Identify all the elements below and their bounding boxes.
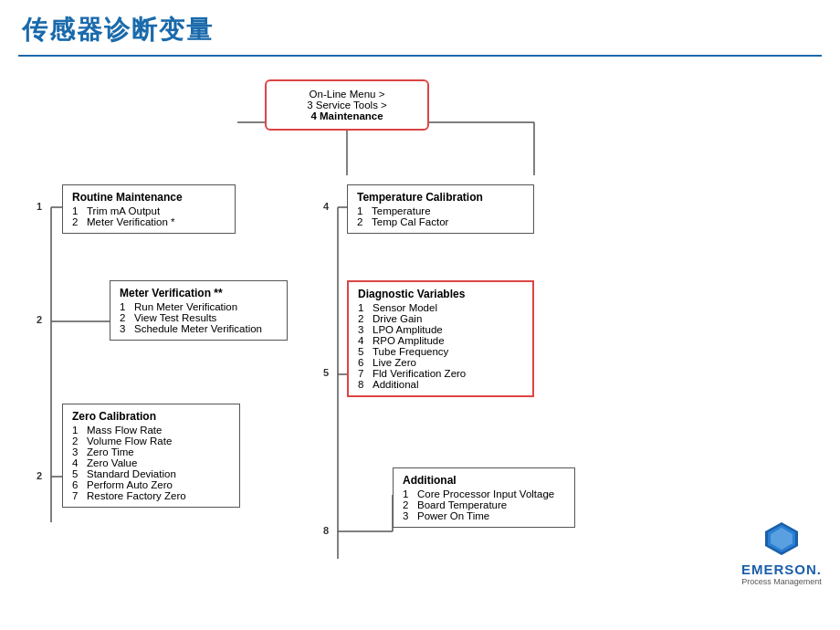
diag-item-3: 3 LPO Amplitude xyxy=(358,324,523,335)
routine-maintenance-title: Routine Maintenance xyxy=(72,191,226,204)
zero-item-1: 1 Mass Flow Rate xyxy=(72,425,230,436)
top-menu-line3: 4 Maintenance xyxy=(278,110,416,121)
label-1: 1 xyxy=(37,201,42,212)
label-2a: 2 xyxy=(37,314,42,325)
meter-item-2: 2 View Test Results xyxy=(120,312,278,323)
additional-item-1: 1 Core Processor Input Voltage xyxy=(403,488,565,499)
page-title: 传感器诊断变量 xyxy=(0,0,840,55)
additional-box: Additional 1 Core Processor Input Voltag… xyxy=(393,467,575,528)
meter-verification-title: Meter Verification ** xyxy=(120,287,278,299)
additional-item-3: 3 Power On Time xyxy=(403,510,565,521)
diagnostic-variables-title: Diagnostic Variables xyxy=(358,288,523,300)
label-5: 5 xyxy=(323,367,329,378)
emerson-logo: EMERSON. Process Management xyxy=(741,520,822,586)
additional-title: Additional xyxy=(403,474,565,487)
zero-item-2: 2 Volume Flow Rate xyxy=(72,436,230,446)
diag-item-1: 1 Sensor Model xyxy=(358,302,523,313)
diag-item-8: 8 Additional xyxy=(358,379,523,390)
top-menu-line1: On-Line Menu > xyxy=(278,89,416,100)
zero-item-3: 3 Zero Time xyxy=(72,446,230,457)
diag-item-5: 5 Tube Frequency xyxy=(358,346,523,357)
routine-item-2: 2 Meter Verification * xyxy=(72,216,226,227)
emerson-sub-text: Process Management xyxy=(741,577,822,586)
routine-maintenance-box: Routine Maintenance 1 Trim mA Output 2 M… xyxy=(62,184,236,234)
label-8: 8 xyxy=(323,525,329,536)
temperature-calibration-box: Temperature Calibration 1 Temperature 2 … xyxy=(347,184,534,234)
divider xyxy=(18,55,822,57)
top-menu-line2: 3 Service Tools > xyxy=(278,100,416,110)
routine-item-1: 1 Trim mA Output xyxy=(72,205,226,216)
top-menu-box: On-Line Menu > 3 Service Tools > 4 Maint… xyxy=(265,79,429,131)
meter-verification-box: Meter Verification ** 1 Run Meter Verifi… xyxy=(110,280,288,341)
temp-item-1: 1 Temperature xyxy=(357,205,524,216)
zero-item-6: 6 Perform Auto Zero xyxy=(72,479,230,490)
diag-item-6: 6 Live Zero xyxy=(358,357,523,368)
zero-item-7: 7 Restore Factory Zero xyxy=(72,490,230,501)
label-4: 4 xyxy=(323,201,329,212)
label-2b: 2 xyxy=(37,470,42,481)
zero-calibration-box: Zero Calibration 1 Mass Flow Rate 2 Volu… xyxy=(62,404,240,508)
zero-calibration-title: Zero Calibration xyxy=(72,410,230,423)
additional-item-2: 2 Board Temperature xyxy=(403,499,565,510)
emerson-brand-text: EMERSON. xyxy=(741,562,822,577)
meter-item-3: 3 Schedule Meter Verification xyxy=(120,323,278,334)
diag-item-2: 2 Drive Gain xyxy=(358,313,523,324)
diag-item-7: 7 Fld Verification Zero xyxy=(358,368,523,379)
meter-item-1: 1 Run Meter Verification xyxy=(120,301,278,312)
temperature-calibration-title: Temperature Calibration xyxy=(357,191,524,204)
diag-item-4: 4 RPO Amplitude xyxy=(358,335,523,346)
zero-item-5: 5 Standard Deviation xyxy=(72,468,230,479)
diagnostic-variables-box: Diagnostic Variables 1 Sensor Model 2 Dr… xyxy=(347,280,534,397)
temp-item-2: 2 Temp Cal Factor xyxy=(357,216,524,227)
zero-item-4: 4 Zero Value xyxy=(72,457,230,468)
emerson-diamond-icon xyxy=(763,520,800,557)
